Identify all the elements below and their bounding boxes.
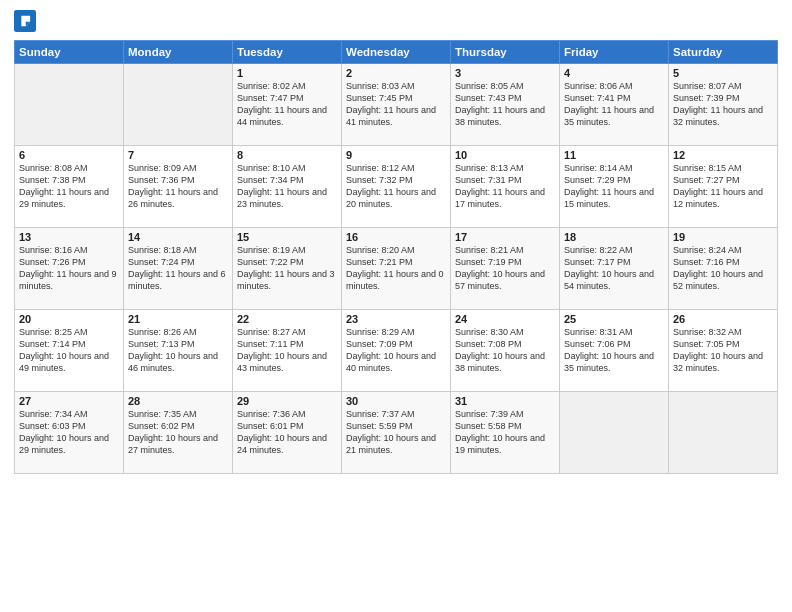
calendar-cell: 2Sunrise: 8:03 AM Sunset: 7:45 PM Daylig…: [342, 64, 451, 146]
calendar-cell: 18Sunrise: 8:22 AM Sunset: 7:17 PM Dayli…: [560, 228, 669, 310]
weekday-header-monday: Monday: [124, 41, 233, 64]
day-detail: Sunrise: 7:35 AM Sunset: 6:02 PM Dayligh…: [128, 408, 228, 457]
day-number: 11: [564, 149, 664, 161]
calendar-cell: [15, 64, 124, 146]
day-detail: Sunrise: 8:21 AM Sunset: 7:19 PM Dayligh…: [455, 244, 555, 293]
day-number: 18: [564, 231, 664, 243]
calendar-cell: 5Sunrise: 8:07 AM Sunset: 7:39 PM Daylig…: [669, 64, 778, 146]
calendar-cell: 9Sunrise: 8:12 AM Sunset: 7:32 PM Daylig…: [342, 146, 451, 228]
calendar-cell: 1Sunrise: 8:02 AM Sunset: 7:47 PM Daylig…: [233, 64, 342, 146]
calendar-cell: 14Sunrise: 8:18 AM Sunset: 7:24 PM Dayli…: [124, 228, 233, 310]
calendar-cell: 13Sunrise: 8:16 AM Sunset: 7:26 PM Dayli…: [15, 228, 124, 310]
day-number: 26: [673, 313, 773, 325]
calendar-cell: [669, 392, 778, 474]
calendar-cell: 6Sunrise: 8:08 AM Sunset: 7:38 PM Daylig…: [15, 146, 124, 228]
calendar-cell: 27Sunrise: 7:34 AM Sunset: 6:03 PM Dayli…: [15, 392, 124, 474]
logo-icon: [14, 10, 36, 32]
day-number: 30: [346, 395, 446, 407]
day-detail: Sunrise: 8:06 AM Sunset: 7:41 PM Dayligh…: [564, 80, 664, 129]
day-detail: Sunrise: 8:05 AM Sunset: 7:43 PM Dayligh…: [455, 80, 555, 129]
day-number: 25: [564, 313, 664, 325]
day-number: 10: [455, 149, 555, 161]
day-detail: Sunrise: 8:24 AM Sunset: 7:16 PM Dayligh…: [673, 244, 773, 293]
day-detail: Sunrise: 8:20 AM Sunset: 7:21 PM Dayligh…: [346, 244, 446, 293]
calendar-cell: 25Sunrise: 8:31 AM Sunset: 7:06 PM Dayli…: [560, 310, 669, 392]
calendar-week-3: 13Sunrise: 8:16 AM Sunset: 7:26 PM Dayli…: [15, 228, 778, 310]
day-detail: Sunrise: 7:34 AM Sunset: 6:03 PM Dayligh…: [19, 408, 119, 457]
calendar-cell: [124, 64, 233, 146]
day-detail: Sunrise: 8:13 AM Sunset: 7:31 PM Dayligh…: [455, 162, 555, 211]
day-detail: Sunrise: 8:29 AM Sunset: 7:09 PM Dayligh…: [346, 326, 446, 375]
calendar-cell: 21Sunrise: 8:26 AM Sunset: 7:13 PM Dayli…: [124, 310, 233, 392]
calendar-cell: 8Sunrise: 8:10 AM Sunset: 7:34 PM Daylig…: [233, 146, 342, 228]
calendar-cell: 26Sunrise: 8:32 AM Sunset: 7:05 PM Dayli…: [669, 310, 778, 392]
day-detail: Sunrise: 8:03 AM Sunset: 7:45 PM Dayligh…: [346, 80, 446, 129]
day-detail: Sunrise: 8:25 AM Sunset: 7:14 PM Dayligh…: [19, 326, 119, 375]
weekday-header-thursday: Thursday: [451, 41, 560, 64]
day-number: 27: [19, 395, 119, 407]
day-number: 5: [673, 67, 773, 79]
day-number: 23: [346, 313, 446, 325]
day-detail: Sunrise: 8:30 AM Sunset: 7:08 PM Dayligh…: [455, 326, 555, 375]
calendar-cell: 31Sunrise: 7:39 AM Sunset: 5:58 PM Dayli…: [451, 392, 560, 474]
calendar-cell: 23Sunrise: 8:29 AM Sunset: 7:09 PM Dayli…: [342, 310, 451, 392]
calendar-cell: 16Sunrise: 8:20 AM Sunset: 7:21 PM Dayli…: [342, 228, 451, 310]
day-number: 1: [237, 67, 337, 79]
day-number: 14: [128, 231, 228, 243]
weekday-header-sunday: Sunday: [15, 41, 124, 64]
calendar-cell: 3Sunrise: 8:05 AM Sunset: 7:43 PM Daylig…: [451, 64, 560, 146]
calendar-cell: 29Sunrise: 7:36 AM Sunset: 6:01 PM Dayli…: [233, 392, 342, 474]
weekday-header-wednesday: Wednesday: [342, 41, 451, 64]
day-number: 8: [237, 149, 337, 161]
calendar-cell: 30Sunrise: 7:37 AM Sunset: 5:59 PM Dayli…: [342, 392, 451, 474]
day-number: 16: [346, 231, 446, 243]
calendar-week-1: 1Sunrise: 8:02 AM Sunset: 7:47 PM Daylig…: [15, 64, 778, 146]
day-detail: Sunrise: 8:26 AM Sunset: 7:13 PM Dayligh…: [128, 326, 228, 375]
calendar-cell: 24Sunrise: 8:30 AM Sunset: 7:08 PM Dayli…: [451, 310, 560, 392]
day-number: 6: [19, 149, 119, 161]
day-number: 7: [128, 149, 228, 161]
day-detail: Sunrise: 8:10 AM Sunset: 7:34 PM Dayligh…: [237, 162, 337, 211]
day-detail: Sunrise: 8:14 AM Sunset: 7:29 PM Dayligh…: [564, 162, 664, 211]
header: [14, 10, 778, 32]
day-number: 17: [455, 231, 555, 243]
day-number: 29: [237, 395, 337, 407]
calendar-cell: 22Sunrise: 8:27 AM Sunset: 7:11 PM Dayli…: [233, 310, 342, 392]
calendar-cell: 12Sunrise: 8:15 AM Sunset: 7:27 PM Dayli…: [669, 146, 778, 228]
day-number: 22: [237, 313, 337, 325]
calendar-cell: 11Sunrise: 8:14 AM Sunset: 7:29 PM Dayli…: [560, 146, 669, 228]
day-detail: Sunrise: 8:27 AM Sunset: 7:11 PM Dayligh…: [237, 326, 337, 375]
day-number: 3: [455, 67, 555, 79]
day-detail: Sunrise: 8:16 AM Sunset: 7:26 PM Dayligh…: [19, 244, 119, 293]
calendar-cell: 10Sunrise: 8:13 AM Sunset: 7:31 PM Dayli…: [451, 146, 560, 228]
calendar-cell: 7Sunrise: 8:09 AM Sunset: 7:36 PM Daylig…: [124, 146, 233, 228]
calendar-cell: 17Sunrise: 8:21 AM Sunset: 7:19 PM Dayli…: [451, 228, 560, 310]
day-number: 19: [673, 231, 773, 243]
logo: [14, 10, 40, 32]
calendar-cell: 28Sunrise: 7:35 AM Sunset: 6:02 PM Dayli…: [124, 392, 233, 474]
day-detail: Sunrise: 8:09 AM Sunset: 7:36 PM Dayligh…: [128, 162, 228, 211]
day-detail: Sunrise: 7:37 AM Sunset: 5:59 PM Dayligh…: [346, 408, 446, 457]
day-number: 21: [128, 313, 228, 325]
weekday-header-tuesday: Tuesday: [233, 41, 342, 64]
day-number: 24: [455, 313, 555, 325]
day-number: 31: [455, 395, 555, 407]
calendar-cell: 19Sunrise: 8:24 AM Sunset: 7:16 PM Dayli…: [669, 228, 778, 310]
calendar-table: SundayMondayTuesdayWednesdayThursdayFrid…: [14, 40, 778, 474]
calendar-week-2: 6Sunrise: 8:08 AM Sunset: 7:38 PM Daylig…: [15, 146, 778, 228]
weekday-header-friday: Friday: [560, 41, 669, 64]
weekday-header-saturday: Saturday: [669, 41, 778, 64]
day-detail: Sunrise: 8:18 AM Sunset: 7:24 PM Dayligh…: [128, 244, 228, 293]
day-detail: Sunrise: 7:39 AM Sunset: 5:58 PM Dayligh…: [455, 408, 555, 457]
calendar-cell: 20Sunrise: 8:25 AM Sunset: 7:14 PM Dayli…: [15, 310, 124, 392]
day-detail: Sunrise: 8:31 AM Sunset: 7:06 PM Dayligh…: [564, 326, 664, 375]
day-number: 28: [128, 395, 228, 407]
day-number: 20: [19, 313, 119, 325]
day-detail: Sunrise: 8:22 AM Sunset: 7:17 PM Dayligh…: [564, 244, 664, 293]
day-detail: Sunrise: 8:08 AM Sunset: 7:38 PM Dayligh…: [19, 162, 119, 211]
day-number: 9: [346, 149, 446, 161]
day-detail: Sunrise: 8:19 AM Sunset: 7:22 PM Dayligh…: [237, 244, 337, 293]
calendar-cell: 4Sunrise: 8:06 AM Sunset: 7:41 PM Daylig…: [560, 64, 669, 146]
calendar-header-row: SundayMondayTuesdayWednesdayThursdayFrid…: [15, 41, 778, 64]
day-detail: Sunrise: 8:12 AM Sunset: 7:32 PM Dayligh…: [346, 162, 446, 211]
